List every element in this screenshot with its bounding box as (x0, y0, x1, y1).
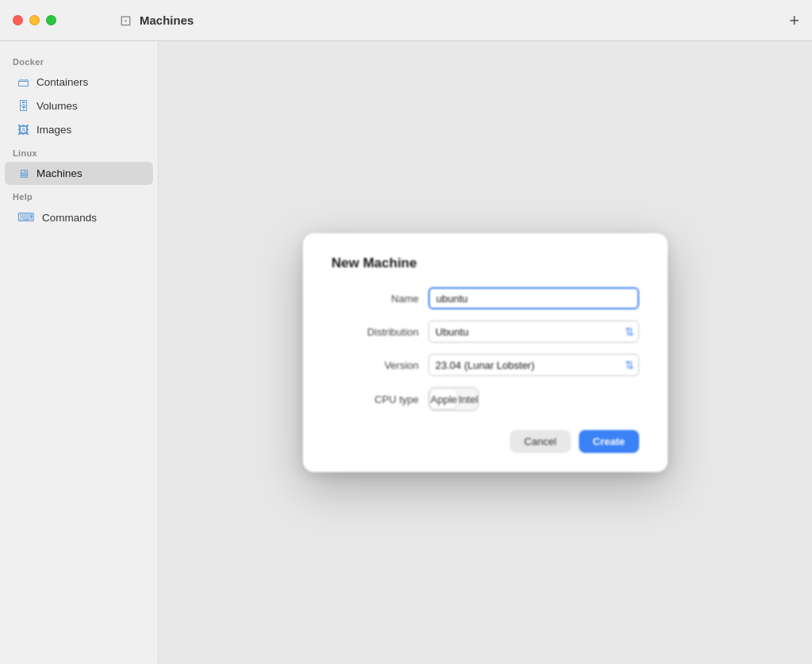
modal-actions: Cancel Create (331, 430, 639, 453)
title-bar-center: ⊡ Machines (120, 12, 193, 29)
cpu-segment-apple[interactable]: Apple (431, 390, 457, 409)
sidebar-item-containers-label: Containers (36, 76, 88, 88)
name-input[interactable] (428, 287, 639, 309)
main-content: Looking for Docker? You don't need a Lin… (159, 41, 812, 664)
close-button[interactable] (13, 15, 23, 25)
title-bar: ⊡ Machines + (0, 0, 812, 41)
sidebar-item-volumes[interactable]: 🗄 Volumes (5, 94, 153, 117)
page-title: Machines (140, 13, 193, 27)
cpu-type-row: CPU type Apple Intel (331, 387, 639, 411)
sidebar-item-images[interactable]: 🖼 Images (5, 118, 153, 141)
sidebar-item-containers[interactable]: 🗃 Containers (5, 71, 153, 94)
sidebar-item-commands[interactable]: ⌨ Commands (5, 205, 153, 229)
minimize-button[interactable] (29, 15, 40, 25)
sidebar: Docker 🗃 Containers 🗄 Volumes 🖼 Images L… (0, 41, 159, 664)
sidebar-item-commands-label: Commands (42, 212, 97, 224)
app-body: Docker 🗃 Containers 🗄 Volumes 🖼 Images L… (0, 41, 812, 664)
cpu-segmented-control: Apple Intel (428, 387, 479, 411)
distribution-row: Distribution Ubuntu Debian Fedora Alpine… (331, 320, 639, 343)
modal-overlay: New Machine Name Distribution Ubuntu Deb… (159, 41, 812, 664)
create-button[interactable]: Create (579, 430, 639, 453)
distribution-label: Distribution (331, 326, 419, 338)
containers-icon: 🗃 (17, 75, 29, 89)
cpu-segment-intel[interactable]: Intel (458, 388, 478, 410)
images-icon: 🖼 (17, 123, 29, 136)
modal-title: New Machine (331, 255, 639, 271)
sidebar-section-help: Help (0, 186, 158, 205)
volumes-icon: 🗄 (17, 99, 29, 113)
sidebar-toggle-icon[interactable]: ⊡ (120, 12, 132, 29)
cpu-type-label: CPU type (331, 393, 419, 405)
cancel-button[interactable]: Cancel (510, 430, 570, 453)
distribution-select-wrapper: Ubuntu Debian Fedora Alpine ⇅ (428, 320, 639, 343)
traffic-lights (13, 15, 56, 25)
version-row: Version 23.04 (Lunar Lobster) 22.10 (Kin… (331, 354, 639, 376)
sidebar-section-docker: Docker (0, 51, 158, 70)
version-label: Version (331, 359, 419, 371)
machines-icon: 🖥 (17, 167, 29, 180)
add-machine-button[interactable]: + (789, 12, 799, 29)
sidebar-item-machines-label: Machines (36, 167, 82, 179)
sidebar-item-machines[interactable]: 🖥 Machines (5, 162, 153, 185)
maximize-button[interactable] (46, 15, 56, 25)
new-machine-modal: New Machine Name Distribution Ubuntu Deb… (303, 233, 668, 472)
version-select-wrapper: 23.04 (Lunar Lobster) 22.10 (Kinetic Kud… (428, 354, 639, 376)
version-select[interactable]: 23.04 (Lunar Lobster) 22.10 (Kinetic Kud… (428, 354, 639, 376)
commands-icon: ⌨ (17, 210, 35, 225)
sidebar-item-volumes-label: Volumes (36, 100, 78, 112)
sidebar-section-linux: Linux (0, 142, 158, 161)
name-row: Name (331, 287, 639, 309)
distribution-select[interactable]: Ubuntu Debian Fedora Alpine (428, 320, 639, 343)
sidebar-item-images-label: Images (36, 124, 71, 136)
name-label: Name (331, 293, 419, 305)
